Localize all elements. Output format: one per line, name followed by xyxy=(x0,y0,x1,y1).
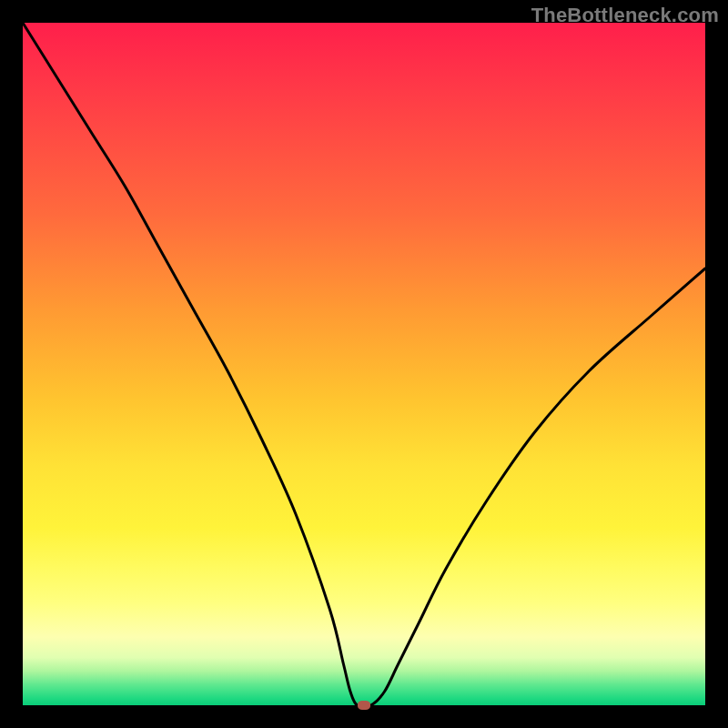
plot-area xyxy=(23,23,705,705)
chart-frame: TheBottleneck.com xyxy=(0,0,728,728)
bottleneck-curve xyxy=(23,23,705,705)
minimum-marker xyxy=(358,701,370,710)
